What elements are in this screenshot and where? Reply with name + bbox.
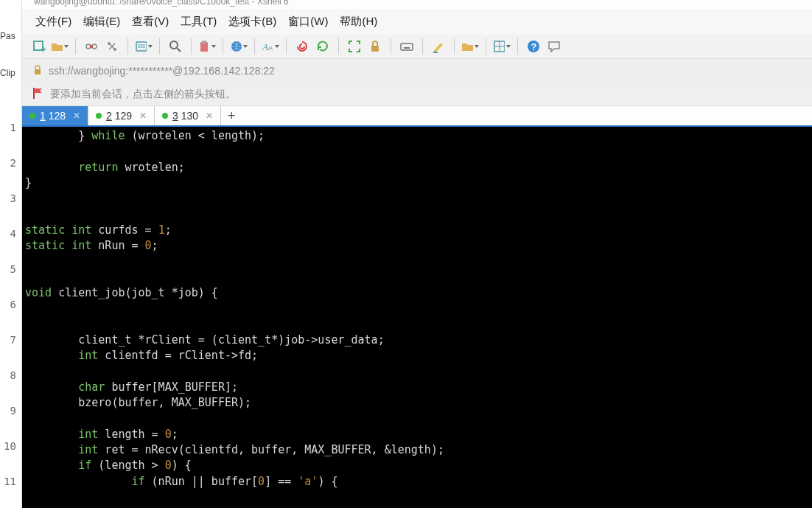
properties-icon[interactable] bbox=[135, 38, 153, 55]
menu-view[interactable]: 查看(V) bbox=[129, 13, 172, 30]
svg-rect-32 bbox=[35, 69, 41, 74]
new-session-icon[interactable] bbox=[30, 38, 48, 55]
svg-rect-15 bbox=[202, 41, 206, 44]
svg-rect-9 bbox=[136, 42, 147, 51]
lock-icon[interactable] bbox=[366, 38, 384, 55]
paste-icon[interactable] bbox=[198, 38, 216, 55]
left-panel-label-a: Pas bbox=[0, 31, 15, 41]
tip-text: 要添加当前会话，点击左侧的箭头按钮。 bbox=[50, 88, 236, 101]
flag-icon bbox=[32, 87, 44, 101]
help-icon[interactable]: ? bbox=[525, 38, 542, 55]
add-tab-button[interactable]: + bbox=[221, 106, 242, 125]
status-dot-icon bbox=[29, 113, 35, 119]
close-icon[interactable]: ✕ bbox=[206, 111, 213, 121]
menu-file[interactable]: 文件(F) bbox=[32, 13, 74, 30]
fullscreen-icon[interactable] bbox=[346, 38, 363, 55]
search-icon[interactable] bbox=[167, 38, 184, 55]
svg-point-8 bbox=[113, 48, 116, 51]
svg-rect-19 bbox=[371, 46, 379, 52]
reconnect-icon[interactable] bbox=[103, 38, 121, 55]
status-dot-icon bbox=[162, 113, 168, 119]
svg-text:A: A bbox=[262, 41, 268, 52]
refresh-icon[interactable] bbox=[314, 38, 332, 55]
svg-line-13 bbox=[177, 48, 181, 52]
chat-icon[interactable] bbox=[545, 38, 563, 55]
terminal-output[interactable]: } while (wrotelen < length); return wrot… bbox=[22, 127, 812, 508]
address-text: ssh://wangbojing:***********@192.168.142… bbox=[49, 65, 275, 77]
close-icon[interactable]: ✕ bbox=[139, 111, 147, 121]
session-tab-3[interactable]: 3 130 ✕ bbox=[155, 106, 221, 125]
tab-strip: 1 128 ✕ 2 129 ✕ 3 130 ✕ + bbox=[22, 106, 812, 127]
folder-tool-icon[interactable] bbox=[461, 38, 479, 55]
highlight-icon[interactable] bbox=[430, 38, 447, 55]
menu-tools[interactable]: 工具(T) bbox=[178, 13, 220, 30]
menu-tabs[interactable]: 选项卡(B) bbox=[225, 13, 279, 30]
menu-help[interactable]: 帮助(H) bbox=[337, 13, 380, 30]
lock-small-icon bbox=[32, 65, 43, 77]
tip-bar: 要添加当前会话，点击左侧的箭头按钮。 bbox=[22, 83, 812, 106]
menubar: 文件(F) 编辑(E) 查看(V) 工具(T) 选项卡(B) 窗口(W) 帮助(… bbox=[22, 9, 812, 35]
disconnect-icon[interactable] bbox=[83, 38, 100, 55]
svg-rect-20 bbox=[401, 44, 413, 50]
session-tab-2[interactable]: 2 129 ✕ bbox=[88, 106, 155, 125]
open-folder-icon[interactable] bbox=[51, 38, 69, 55]
left-gutter-numbers: 1 2 3 4 5 6 7 8 9 10 11 bbox=[0, 122, 21, 508]
swirl-icon[interactable] bbox=[293, 38, 311, 55]
close-icon[interactable]: ✕ bbox=[73, 111, 80, 121]
keyboard-icon[interactable] bbox=[398, 38, 416, 55]
globe-icon[interactable] bbox=[230, 38, 248, 55]
status-dot-icon bbox=[96, 113, 102, 119]
svg-text:?: ? bbox=[531, 41, 537, 52]
font-icon[interactable]: AA bbox=[262, 38, 279, 55]
address-bar[interactable]: ssh://wangbojing:***********@192.168.142… bbox=[22, 59, 812, 83]
session-tab-1[interactable]: 1 128 ✕ bbox=[22, 106, 88, 125]
left-panel-label-b: Clip bbox=[0, 68, 15, 78]
svg-point-12 bbox=[170, 41, 178, 49]
svg-text:A: A bbox=[268, 44, 273, 52]
layout-icon[interactable] bbox=[493, 38, 511, 55]
window-title: wangbojing@ubuntu: /share/0voice_class/C… bbox=[22, 0, 812, 9]
toolbar: AA ? bbox=[22, 35, 812, 59]
svg-point-7 bbox=[108, 42, 111, 45]
menu-window[interactable]: 窗口(W) bbox=[285, 13, 331, 30]
menu-edit[interactable]: 编辑(E) bbox=[80, 13, 123, 30]
